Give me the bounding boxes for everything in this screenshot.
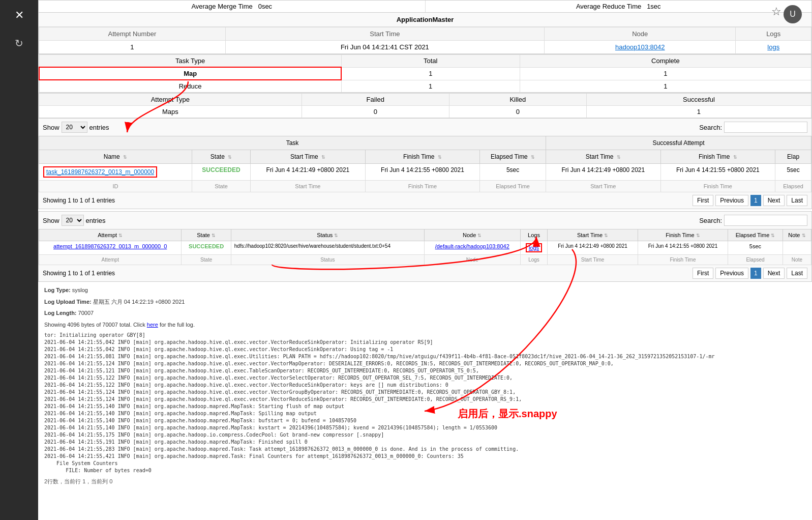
app-master-title: ApplicationMaster — [39, 13, 811, 27]
user-avatar[interactable]: U — [784, 5, 802, 23]
attempt-page-num: 1 — [750, 268, 761, 279]
footer-finish: Finish Time — [365, 181, 480, 192]
first-btn[interactable]: First — [693, 195, 713, 206]
log-length-label: Log Length: — [44, 310, 77, 316]
attempt-last-btn[interactable]: Last — [787, 268, 807, 279]
log-footer-line: 2行数，当前行 1，当前列 0 — [44, 477, 806, 486]
attempt-next-btn[interactable]: Next — [763, 268, 785, 279]
th-s-elapsed: Elap — [775, 150, 811, 164]
footer-elapsed: Elapsed Time — [480, 181, 546, 192]
maps-killed: 0 — [449, 106, 586, 118]
attempt-datatable: Show 20 50 entries Search: Attempt ⇅ Sta… — [38, 211, 812, 282]
main-task-table: Task Successful Attempt Name ⇅ State ⇅ S… — [39, 136, 811, 192]
attempt-previous-btn[interactable]: Previous — [715, 268, 748, 279]
col-attempt-number: Attempt Number — [39, 27, 226, 41]
th-state: State ⇅ — [192, 150, 250, 164]
avg-merge-value: 0sec — [258, 3, 272, 10]
task-name-cell: task_1618987626372_0013_m_000000 — [39, 164, 192, 181]
group-success-header: Successful Attempt — [546, 136, 811, 150]
log-here-link[interactable]: here — [147, 322, 158, 328]
attempt-id-cell: attempt_1618987626372_0013_m_000000_0 — [39, 241, 182, 255]
search-input[interactable] — [724, 122, 807, 133]
page-num: 1 — [750, 195, 761, 206]
footer-s-elapsed: Elapsed — [775, 181, 811, 192]
log-showing-line: Showing 4096 bytes of 70007 total. Click… — [44, 321, 806, 329]
log-upload-label: Log Upload Time: — [44, 299, 92, 305]
attempt-node-link[interactable]: /default-rack/hadoop103:8042 — [435, 243, 509, 249]
attempt-show-label: Show — [43, 217, 59, 224]
footer-attempt-status: Status — [231, 255, 424, 265]
main-table-controls: Show 20 50 100 entries Search: — [39, 119, 811, 136]
main-table-footer: Showing 1 to 1 of 1 entries First Previo… — [39, 192, 811, 209]
app-master-section: ApplicationMaster Attempt Number Start T… — [38, 12, 812, 54]
reduce-label[interactable]: Reduce — [39, 80, 341, 93]
task-s-finish-cell: Fri Jun 4 14:21:55 +0800 2021 — [660, 164, 775, 181]
footer-attempt-start: Start Time — [548, 255, 638, 265]
last-btn[interactable]: Last — [787, 195, 807, 206]
show-entries-control: Show 20 50 100 entries — [43, 122, 109, 133]
th-attempt: Attempt ⇅ — [39, 229, 182, 241]
close-icon[interactable]: ✕ — [9, 5, 29, 25]
footer-attempt: Attempt — [39, 255, 182, 265]
star-icon[interactable]: ☆ — [771, 5, 781, 18]
attempt-search-label: Search: — [699, 217, 722, 224]
col-node: Node — [545, 27, 736, 41]
task-name-link[interactable]: task_1618987626372_0013_m_000000 — [43, 166, 157, 178]
footer-attempt-logs: Logs — [520, 255, 548, 265]
footer-attempt-finish: Finish Time — [638, 255, 728, 265]
map-label[interactable]: Map — [39, 67, 341, 80]
attempt-logs-cell: logs — [520, 241, 548, 255]
th-attempt-finish: Finish Time ⇅ — [638, 229, 728, 241]
task-state-cell: SUCCEEDED — [192, 164, 250, 181]
log-length-value: 70007 — [78, 310, 94, 316]
th-attempt-node: Node ⇅ — [424, 229, 520, 241]
task-start-cell: Fri Jun 4 14:21:49 +0800 2021 — [251, 164, 366, 181]
th-start-time: Start Time ⇅ — [251, 150, 366, 164]
footer-start: Start Time — [251, 181, 366, 192]
log-showing-text: Showing 4096 bytes of 70007 total. Click — [44, 322, 145, 328]
task-state-value: SUCCEEDED — [202, 166, 240, 174]
footer-s-start: Start Time — [546, 181, 661, 192]
attempt-status-cell: hdfs://hadoop102:8020/user/hive/warehous… — [231, 241, 424, 255]
attempt-state-value: SUCCEEDED — [189, 243, 224, 249]
refresh-icon[interactable]: ↻ — [9, 33, 29, 53]
previous-btn[interactable]: Previous — [715, 195, 748, 206]
logs-link-highlight[interactable]: logs — [526, 243, 542, 252]
footer-s-finish: Finish Time — [660, 181, 775, 192]
col-start-time: Start Time — [225, 27, 544, 41]
attempt-first-btn[interactable]: First — [693, 268, 713, 279]
col-logs: Logs — [736, 27, 811, 41]
next-btn[interactable]: Next — [763, 195, 785, 206]
attempt-node-cell: /default-rack/hadoop103:8042 — [424, 241, 520, 255]
attempt-showing-text: Showing 1 to 1 of 1 entries — [43, 270, 115, 277]
footer-attempt-elapsed: Elapsed — [728, 255, 783, 265]
attempt-search-control: Search: — [699, 215, 807, 226]
left-sidebar: ✕ ↻ — [0, 0, 38, 520]
th-s-start: Start Time ⇅ — [546, 150, 661, 164]
th-attempt-state: State ⇅ — [182, 229, 231, 241]
logs-link[interactable]: logs — [736, 41, 811, 54]
main-datatable: Show 20 50 100 entries Search: Task S — [38, 118, 812, 209]
log-rest-text: for the full log. — [160, 322, 195, 328]
attempt-type-table: Attempt Type Failed Killed Successful Ma… — [39, 93, 811, 118]
reduce-row: Reduce 1 1 — [39, 80, 811, 93]
node-link[interactable]: hadoop103:8042 — [545, 41, 736, 54]
entries-select[interactable]: 20 50 100 — [62, 122, 87, 133]
th-finish-time: Finish Time ⇅ — [365, 150, 480, 164]
app-master-row: 1 Fri Jun 04 14:21:41 CST 2021 hadoop103… — [39, 41, 811, 54]
search-label: Search: — [699, 124, 722, 131]
footer-attempt-node: Node — [424, 255, 520, 265]
attempt-table: Attempt ⇅ State ⇅ Status ⇅ Node ⇅ Logs S… — [39, 229, 811, 265]
attempt-entries-label: entries — [86, 217, 106, 224]
start-time-value: Fri Jun 04 14:21:41 CST 2021 — [225, 41, 544, 54]
task-finish-cell: Fri Jun 4 14:21:55 +0800 2021 — [365, 164, 480, 181]
attempt-search-input[interactable] — [724, 215, 807, 226]
th-attempt-start: Start Time ⇅ — [548, 229, 638, 241]
th-attempt-note: Note ⇅ — [783, 229, 811, 241]
attempt-elapsed-cell: 5sec — [728, 241, 783, 255]
attempt-link[interactable]: attempt_1618987626372_0013_m_000000_0 — [53, 243, 167, 249]
task-s-start-cell: Fri Jun 4 14:21:49 +0800 2021 — [546, 164, 661, 181]
attempt-entries-select[interactable]: 20 50 — [62, 215, 84, 226]
map-total: 1 — [341, 67, 520, 80]
attempt-row: attempt_1618987626372_0013_m_000000_0 SU… — [39, 241, 811, 255]
